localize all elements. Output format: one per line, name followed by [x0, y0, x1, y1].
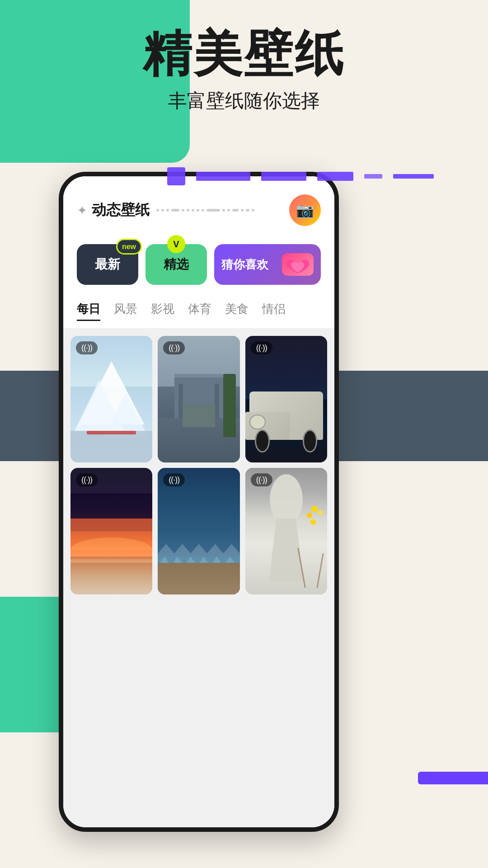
cat-couple[interactable]: 情侣	[262, 301, 286, 321]
wallpaper-grid: ((·)) ((·))	[63, 329, 334, 602]
wallpaper-street[interactable]: ((·))	[158, 336, 239, 462]
live-badge-5: ((·))	[163, 473, 185, 486]
tab-featured[interactable]: 精选 V	[145, 244, 207, 285]
cat-sports[interactable]: 体育	[188, 301, 211, 321]
hero-section: 精美壁纸 丰富壁纸随你选择	[0, 27, 488, 113]
tab-section: 最新 new 精选 V 猜你喜欢	[63, 235, 334, 294]
wallpaper-statue[interactable]: ((·))	[245, 468, 327, 594]
live-badge-3: ((·))	[251, 341, 272, 354]
tab-newest[interactable]: 最新 new	[77, 244, 138, 285]
header-decorative-dots	[150, 209, 289, 212]
recommend-icon	[282, 253, 314, 276]
app-title: 动态壁纸	[92, 200, 150, 220]
cat-daily[interactable]: 每日	[77, 301, 100, 321]
cat-scenery[interactable]: 风景	[114, 301, 137, 321]
wallpaper-ocean[interactable]: ((·))	[158, 468, 239, 594]
live-badge-1: ((·))	[76, 341, 98, 354]
hero-subtitle: 丰富壁纸随你选择	[0, 88, 488, 113]
live-badge-6: ((·))	[251, 473, 272, 486]
wallpaper-snow[interactable]: ((·))	[70, 336, 152, 462]
live-badge-2: ((·))	[163, 341, 185, 354]
new-badge: new	[116, 239, 142, 255]
wallpaper-car[interactable]: ((·))	[245, 336, 327, 462]
purple-brackets-top	[167, 167, 434, 185]
recommend-label: 猜你喜欢	[221, 257, 268, 273]
cat-food[interactable]: 美食	[225, 301, 249, 321]
newest-label: 最新	[95, 256, 120, 273]
category-tabs: 每日 风景 影视 体育 美食 情侣	[63, 294, 334, 329]
live-badge-4: ((·))	[76, 473, 98, 486]
wallpaper-sunset[interactable]: ((·))	[70, 468, 152, 594]
phone-inner: ✦ 动态壁纸 📷	[63, 176, 334, 827]
camera-icon: 📷	[296, 202, 314, 219]
sparkle-icon: ✦	[77, 203, 87, 218]
camera-button[interactable]: 📷	[289, 194, 321, 226]
purple-bar-bottom-right	[418, 772, 488, 784]
tab-recommend[interactable]: 猜你喜欢	[214, 244, 321, 285]
v-badge: V	[167, 235, 185, 253]
phone-mockup: ✦ 动态壁纸 📷	[59, 172, 339, 832]
cat-movie[interactable]: 影视	[151, 301, 174, 321]
featured-label: 精选	[164, 256, 189, 273]
hero-title: 精美壁纸	[0, 27, 488, 81]
